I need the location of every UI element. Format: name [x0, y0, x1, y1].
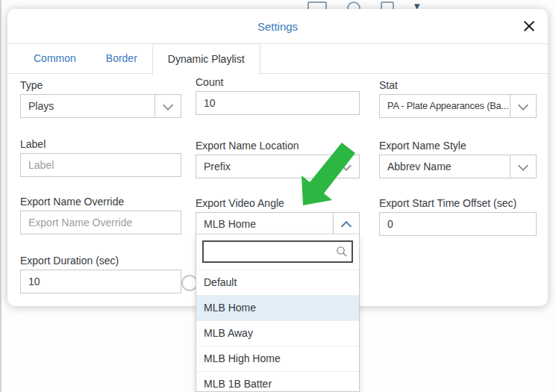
export-name-style-value: Abbrev Name — [380, 155, 509, 178]
label-label: Label — [20, 138, 181, 152]
search-icon — [336, 246, 348, 258]
chevron-down-icon — [518, 100, 528, 111]
export-name-style-label: Export Name Style — [379, 140, 537, 153]
export-duration-field-group: Export Duration (sec) — [20, 255, 181, 293]
tab-common[interactable]: Common — [19, 44, 91, 73]
count-input[interactable] — [196, 92, 359, 114]
tab-dynamic-playlist[interactable]: Dynamic Playlist — [152, 43, 260, 75]
chevron-up-icon — [341, 221, 352, 231]
dropdown-search — [202, 240, 353, 263]
export-video-angle-select[interactable]: MLB Home — [196, 212, 360, 236]
export-name-location-select-button[interactable] — [333, 155, 359, 178]
export-name-location-field-group: Export Name Location Prefix — [196, 140, 360, 178]
chevron-down-icon — [341, 161, 352, 171]
type-select[interactable]: Plays — [20, 94, 181, 118]
export-start-time-offset-input-wrap — [379, 212, 537, 236]
export-video-angle-field-group: Export Video Angle MLB Home — [196, 197, 360, 236]
count-input-wrap — [196, 91, 360, 115]
type-label: Type — [20, 79, 181, 93]
stat-select-button[interactable] — [510, 95, 536, 117]
export-video-angle-select-button[interactable] — [333, 213, 359, 235]
export-name-location-value: Prefix — [196, 155, 332, 178]
dropdown-option-mlb-away[interactable]: MLB Away — [196, 320, 359, 346]
export-name-override-field-group: Export Name Override — [20, 196, 181, 234]
dropdown-search-input[interactable] — [204, 242, 352, 261]
dropdown-option-mlb-home[interactable]: MLB Home — [196, 295, 359, 320]
close-icon[interactable] — [523, 20, 535, 32]
settings-dialog: Settings Common Border Dynamic Playlist … — [7, 9, 548, 306]
export-video-angle-label: Export Video Angle — [196, 197, 360, 211]
dropdown-option-mlb-high-home[interactable]: MLB High Home — [196, 346, 359, 371]
type-field-group: Type Plays — [20, 79, 181, 118]
dropdown-option-mlb-1b-batter[interactable]: MLB 1B Batter — [196, 371, 359, 392]
label-input[interactable] — [21, 154, 181, 176]
stat-label: Stat — [379, 79, 537, 93]
tab-bar: Common Border Dynamic Playlist — [7, 44, 548, 74]
type-select-value: Plays — [21, 95, 154, 117]
count-field-group: Count — [196, 76, 360, 115]
tab-border[interactable]: Border — [91, 44, 152, 73]
label-field-group: Label — [20, 138, 181, 177]
export-name-style-field-group: Export Name Style Abbrev Name — [379, 140, 537, 178]
dialog-header: Settings — [7, 9, 548, 44]
export-start-time-offset-label: Export Start Time Offset (sec) — [379, 197, 537, 211]
export-name-override-input[interactable] — [21, 211, 181, 234]
export-start-time-offset-field-group: Export Start Time Offset (sec) — [379, 197, 537, 236]
page-left-border — [0, 0, 1, 392]
dropdown-option-list: Default MLB Home MLB Away MLB High Home … — [196, 270, 359, 392]
export-start-time-offset-input[interactable] — [380, 213, 536, 235]
stat-select[interactable]: PA - Plate Appearances (Ba... — [379, 94, 537, 118]
export-name-override-input-wrap — [20, 211, 181, 234]
chevron-down-icon — [518, 161, 528, 171]
export-video-angle-value: MLB Home — [196, 213, 332, 235]
stat-field-group: Stat PA - Plate Appearances (Ba... — [379, 79, 537, 118]
export-name-override-label: Export Name Override — [20, 196, 181, 209]
count-label: Count — [196, 76, 360, 90]
label-input-wrap — [20, 153, 181, 177]
export-name-location-label: Export Name Location — [196, 140, 360, 153]
dialog-title: Settings — [7, 9, 548, 45]
stat-select-value: PA - Plate Appearances (Ba... — [380, 95, 509, 117]
export-duration-label: Export Duration (sec) — [20, 255, 181, 268]
export-name-location-select[interactable]: Prefix — [196, 155, 360, 178]
type-select-button[interactable] — [154, 95, 181, 117]
export-name-style-select-button[interactable] — [510, 155, 536, 178]
video-angle-dropdown: Default MLB Home MLB Away MLB High Home … — [196, 234, 360, 392]
export-name-style-select[interactable]: Abbrev Name — [379, 155, 537, 178]
export-duration-input-wrap — [20, 270, 181, 293]
chevron-down-icon — [163, 100, 173, 111]
export-duration-input[interactable] — [21, 270, 181, 293]
dropdown-option-default[interactable]: Default — [196, 270, 359, 295]
